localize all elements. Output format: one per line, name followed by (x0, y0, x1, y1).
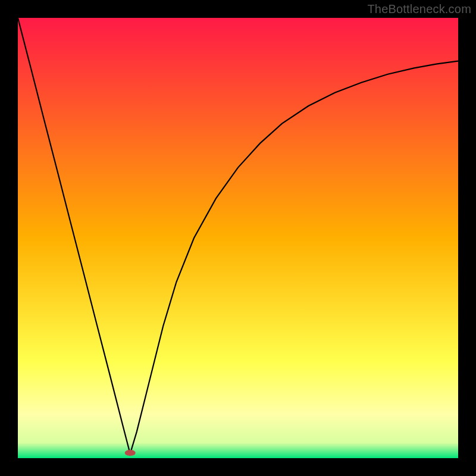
chart-svg (18, 18, 458, 458)
minimum-marker (125, 450, 136, 456)
chart-frame (18, 18, 458, 458)
watermark-text: TheBottleneck.com (367, 2, 471, 16)
chart-background (18, 18, 458, 458)
